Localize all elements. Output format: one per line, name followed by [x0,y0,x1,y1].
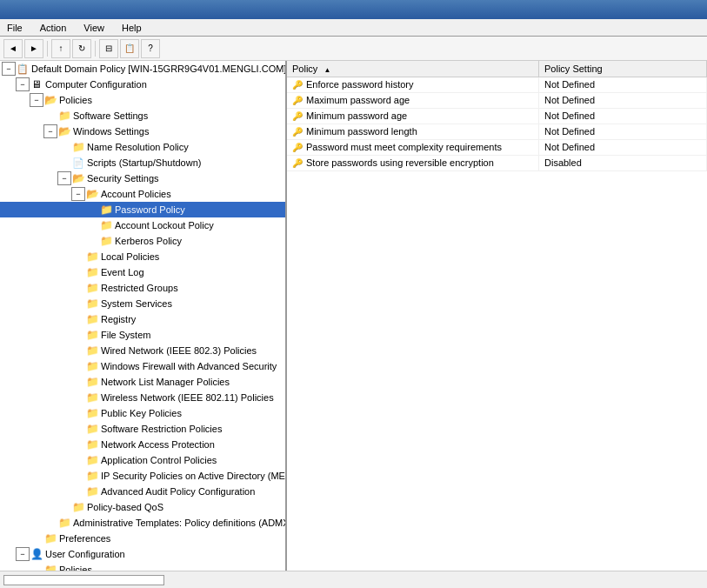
folder-icon: 📁 [99,234,113,248]
tree-row[interactable]: 📁Password Policy [0,202,285,217]
tree-row[interactable]: 📁Public Key Policies [0,405,285,421]
policy-cell: 🔑Store passwords using reversible encryp… [287,155,539,170]
table-row[interactable]: 🔑Password must meet complexity requireme… [287,139,707,155]
tree-row[interactable]: 📁Wired Network (IEEE 802.3) Policies [0,343,285,358]
policy-setting: Not Defined [539,139,707,155]
folder-icon: 📁 [85,281,99,295]
tree-row[interactable]: 📁IP Security Policies on Active Director… [0,468,285,484]
tree-row[interactable]: 📁Kerberos Policy [0,233,285,249]
policy-cell: 🔑Minimum password age [287,108,539,124]
tree-row[interactable]: −📂Security Settings [0,170,285,186]
tree-label: Default Domain Policy [WIN-15GRR9G4V01.M… [31,63,287,74]
folder-icon: 📁 [85,375,99,389]
tree-row[interactable]: −🖥Computer Configuration [0,77,285,92]
tree-row[interactable]: 📁Advanced Audit Policy Configuration [0,484,285,499]
tree-row[interactable]: −👤User Configuration [0,546,285,562]
folder-icon: 📁 [43,563,57,571]
forward-button[interactable]: ► [24,39,43,58]
folder-icon: 📁 [85,250,99,264]
tree-row[interactable]: 📁Name Resolution Policy [0,139,285,155]
tree-row[interactable]: −📂Windows Settings [0,124,285,139]
properties-button[interactable]: 📋 [120,39,139,58]
policy-cell: 🔑Password must meet complexity requireme… [287,139,539,155]
tree-row[interactable]: 📁Local Policies [0,249,285,264]
show-hide-button[interactable]: ⊟ [99,39,118,58]
policy-table: Policy ▲ Policy Setting 🔑Enforce passwor… [287,61,707,171]
tree-row[interactable]: 📁Software Settings [0,108,285,124]
help-button[interactable]: ? [141,39,160,58]
tree-row[interactable]: 📁Account Lockout Policy [0,217,285,233]
policy-icon: 🔑 [292,95,306,105]
policy-name: Maximum password age [306,95,410,105]
folder-icon: 📁 [85,438,99,451]
tree-row[interactable]: 📁File System [0,327,285,343]
table-row[interactable]: 🔑Store passwords using reversible encryp… [287,155,707,170]
up-button[interactable]: ↑ [51,39,70,58]
tree-row[interactable]: 📁Administrative Templates: Policy defini… [0,515,285,531]
expand-button[interactable]: − [57,171,71,185]
tree-row[interactable]: 📁Event Log [0,264,285,280]
policy-name: Enforce password history [306,79,414,90]
folder-icon: 📁 [85,484,99,498]
tree-row[interactable]: −📋Default Domain Policy [WIN-15GRR9G4V01… [0,61,285,77]
tree-row[interactable]: −📂Account Policies [0,186,285,202]
tree-label: Network List Manager Policies [101,377,230,387]
tree-view: −📋Default Domain Policy [WIN-15GRR9G4V01… [0,61,285,571]
back-button[interactable]: ◄ [3,39,23,58]
expand-button[interactable]: − [2,62,16,76]
menu-help[interactable]: Help [118,22,145,34]
tree-label: Preferences [59,533,110,544]
tree-row[interactable]: −📂Policies [0,92,285,108]
policy-icon: 🔑 [292,110,306,121]
tree-row[interactable]: 📁Network Access Protection [0,437,285,452]
right-panel: Policy ▲ Policy Setting 🔑Enforce passwor… [287,61,707,571]
tree-row[interactable]: 📁Software Restriction Policies [0,421,285,437]
col-policy[interactable]: Policy ▲ [287,61,539,77]
expand-button[interactable]: − [71,187,85,201]
policy-name: Password must meet complexity requiremen… [306,142,502,152]
tree-row[interactable]: 📁Restricted Groups [0,280,285,296]
refresh-button[interactable]: ↻ [72,39,91,58]
tree-row[interactable]: 📁Registry [0,311,285,327]
expand-button[interactable]: − [43,124,57,138]
expand-button[interactable]: − [16,77,30,91]
tree-label: Registry [101,314,136,324]
tree-row[interactable]: 📄Scripts (Startup/Shutdown) [0,155,285,170]
tree-label: File System [101,330,150,340]
menu-action[interactable]: Action [37,22,70,34]
folder-icon: 📁 [71,140,85,154]
table-row[interactable]: 🔑Minimum password ageNot Defined [287,108,707,124]
tree-row[interactable]: 📁Wireless Network (IEEE 802.11) Policies [0,390,285,405]
folder-icon: 📂 [71,171,85,185]
tree-label: System Services [101,298,172,309]
tree-row[interactable]: 📁Preferences [0,531,285,546]
tree-label: Local Policies [101,251,159,262]
menu-view[interactable]: View [80,22,108,34]
table-row[interactable]: 🔑Maximum password ageNot Defined [287,92,707,108]
tree-label: Event Log [101,267,144,277]
folder-icon: 📂 [43,93,57,107]
policy-setting: Not Defined [539,77,707,92]
policy-name: Store passwords using reversible encrypt… [306,157,494,168]
folder-icon: 📁 [85,391,99,404]
tree-label: Public Key Policies [101,408,182,418]
tree-label: Advanced Audit Policy Configuration [101,486,255,497]
tree-row[interactable]: 📁System Services [0,296,285,311]
policy-name: Minimum password length [306,126,417,137]
tree-row[interactable]: 📁Windows Firewall with Advanced Security [0,358,285,374]
tree-row[interactable]: 📁Policy-based QoS [0,499,285,515]
folder-icon: 📁 [85,328,99,342]
expand-button[interactable]: − [16,547,30,561]
tree-row[interactable]: 📁Network List Manager Policies [0,374,285,390]
expand-button[interactable]: − [30,93,43,107]
menu-file[interactable]: File [3,22,26,34]
tree-row[interactable]: 📁Policies [0,562,285,571]
table-row[interactable]: 🔑Minimum password lengthNot Defined [287,124,707,139]
tree-label: User Configuration [45,549,125,559]
policy-icon: 🔑 [292,142,306,152]
h-scrollbar-left[interactable] [3,575,164,585]
policy-cell: 🔑Minimum password length [287,124,539,139]
tree-row[interactable]: 📁Application Control Policies [0,452,285,468]
col-setting[interactable]: Policy Setting [539,61,707,77]
table-row[interactable]: 🔑Enforce password historyNot Defined [287,77,707,92]
